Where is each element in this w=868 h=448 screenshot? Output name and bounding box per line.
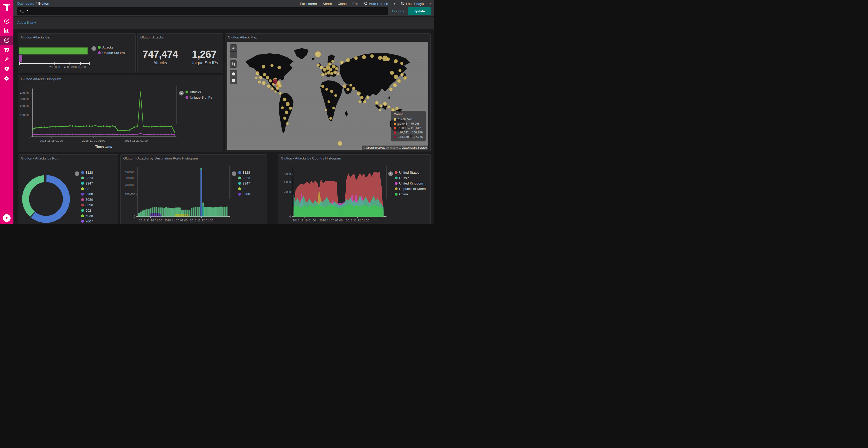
top-chrome: Dashboard/Glutton Full screen Share Clon… xyxy=(13,0,434,16)
legend-item[interactable]: 3347 xyxy=(81,181,93,185)
legend-item[interactable]: 502 xyxy=(81,208,93,212)
legend-swatch xyxy=(394,136,396,138)
auto-refresh-button[interactable]: Auto-refresh xyxy=(364,2,388,6)
legend-item[interactable]: 2323 xyxy=(81,176,93,180)
metric: 747,474 Attacks xyxy=(142,48,178,65)
legend-item[interactable]: 8080 xyxy=(81,198,93,202)
legend-item[interactable]: United Kingdom xyxy=(395,181,426,185)
time-back-button[interactable]: ‹ xyxy=(394,1,396,6)
sidebar-item-management[interactable] xyxy=(0,74,13,83)
legend-item[interactable]: 5038 xyxy=(81,214,93,218)
country-chart[interactable]: 02,0004,0006,0002018-11-18 01:002018-11-… xyxy=(280,162,388,224)
map-legend-item: 118,642 – 158,189 xyxy=(394,130,423,135)
port-donut-chart[interactable] xyxy=(21,170,72,224)
bar-chart-icon xyxy=(4,28,10,35)
legend-swatch xyxy=(185,91,188,94)
options-link[interactable]: Options xyxy=(392,9,404,13)
metric-value: 747,474 xyxy=(142,48,178,60)
legend-item[interactable]: Attacks xyxy=(98,45,125,49)
panel-title: Glutton Attacks Bar xyxy=(21,35,51,39)
sidebar-expand-button[interactable] xyxy=(3,214,10,222)
time-forward-button[interactable]: › xyxy=(429,1,431,6)
sidebar-item-bear[interactable] xyxy=(0,46,13,55)
polygon-tool-button[interactable] xyxy=(230,70,237,77)
legend-item[interactable]: Republic of Korea xyxy=(395,187,426,191)
legend-swatch xyxy=(185,96,188,99)
attack-map[interactable]: + − Count xyxy=(227,42,428,150)
sidebar-item-dev-tools[interactable] xyxy=(0,55,13,65)
query-value: * xyxy=(27,9,29,13)
legend-item[interactable]: Attacks xyxy=(185,90,212,94)
legend-swatch xyxy=(98,46,101,49)
panel-title: Glutton - Attacks by Destination Ports H… xyxy=(123,157,198,160)
legend-item[interactable]: 3388 xyxy=(238,192,250,196)
bear-icon xyxy=(4,47,10,54)
legend-item[interactable]: 3347 xyxy=(238,181,250,185)
map-draw-controls xyxy=(230,70,237,84)
legend-item[interactable]: Unique Src IPs xyxy=(185,96,212,99)
legend-item[interactable]: Russia xyxy=(395,176,426,180)
legend-item[interactable]: 3128 xyxy=(81,171,93,174)
legend-toggle[interactable]: › xyxy=(75,171,79,176)
legend-swatch xyxy=(238,187,241,190)
legend-item[interactable]: Unique Src IPs xyxy=(98,51,125,55)
map-legend-item: 1 – 39,548 xyxy=(394,117,423,122)
metric-label: Unique Src IPs xyxy=(190,61,218,65)
zoom-out-button[interactable]: − xyxy=(230,51,237,58)
legend-swatch xyxy=(395,187,398,190)
breadcrumb-dashboard-link[interactable]: Dashboard xyxy=(17,2,34,5)
sidebar-item-discover[interactable] xyxy=(0,17,13,26)
legend-swatch xyxy=(395,171,398,174)
fullscreen-button[interactable]: Full screen xyxy=(300,2,317,6)
legend-toggle[interactable]: › xyxy=(179,91,184,96)
query-input[interactable]: >_ * xyxy=(17,7,388,15)
legend-toggle[interactable]: › xyxy=(388,171,393,176)
legend-scrollbar[interactable] xyxy=(386,165,387,199)
svg-text:2018-11-20 01:00: 2018-11-20 01:00 xyxy=(319,219,343,222)
update-button[interactable]: Update xyxy=(408,7,431,15)
attacks-histogram-chart[interactable]: 0100,000200,000300,000400,0002018-11-18 … xyxy=(20,83,179,151)
query-row: >_ * Options Update xyxy=(17,7,431,15)
legend-item[interactable]: 3128 xyxy=(238,171,250,174)
rectangle-tool-button[interactable] xyxy=(230,77,237,84)
breadcrumb-separator: / xyxy=(34,2,38,5)
sidebar-item-visualize[interactable] xyxy=(0,27,13,36)
legend-item[interactable]: United States xyxy=(395,171,426,174)
svg-text:600,000: 600,000 xyxy=(75,66,86,69)
legend-item[interactable]: China xyxy=(395,192,426,196)
time-range-picker[interactable]: Last 7 days xyxy=(401,2,424,6)
legend-swatch xyxy=(81,214,84,217)
svg-text:200,000: 200,000 xyxy=(49,66,60,69)
crop-icon[interactable] xyxy=(230,61,237,67)
ems-link[interactable]: Elastic Maps Service xyxy=(402,146,427,149)
compass-icon xyxy=(4,18,10,25)
metric: 1,267 Unique Src IPs xyxy=(190,48,218,65)
t-mobile-logo[interactable] xyxy=(0,2,13,13)
legend-item[interactable]: 7007 xyxy=(81,219,93,223)
map-legend-item: 79,095 – 118,642 xyxy=(394,126,423,130)
legend-toggle[interactable]: › xyxy=(232,171,237,176)
legend-scrollbar[interactable] xyxy=(229,165,230,199)
legend-item[interactable]: 3388 xyxy=(81,192,93,196)
legend-toggle[interactable]: › xyxy=(91,46,96,51)
svg-text:200,000: 200,000 xyxy=(125,183,135,186)
legend-scrollbar[interactable] xyxy=(176,86,177,125)
zoom-in-button[interactable]: + xyxy=(230,45,237,51)
svg-text:2018-11-22 01:00: 2018-11-22 01:00 xyxy=(125,139,148,142)
dest-ports-chart[interactable]: 0100,000200,000300,000400,0002018-11-18 … xyxy=(122,162,232,224)
edit-button[interactable]: Edit xyxy=(352,2,358,6)
dashboard-grid: Glutton Attacks Bar 200,000400,000600,00… xyxy=(13,29,434,224)
share-button[interactable]: Share xyxy=(323,2,332,6)
add-filter-link[interactable]: Add a filter + xyxy=(17,21,36,25)
panel-title: Glutton Attacks xyxy=(140,35,164,39)
sidebar-item-monitoring[interactable] xyxy=(0,65,13,74)
osm-link[interactable]: OpenStreetMap xyxy=(366,146,385,149)
legend-item[interactable]: 2323 xyxy=(238,176,250,180)
legend-swatch xyxy=(81,176,84,179)
sidebar-item-dashboard[interactable] xyxy=(0,36,13,45)
legend-item[interactable]: 3390 xyxy=(81,203,93,207)
legend-item[interactable]: 98 xyxy=(238,187,250,191)
clone-button[interactable]: Clone xyxy=(338,2,347,6)
panel-country-histogram: Glutton - Attacks by Country Histogram 0… xyxy=(278,154,431,224)
legend-item[interactable]: 98 xyxy=(81,187,93,191)
